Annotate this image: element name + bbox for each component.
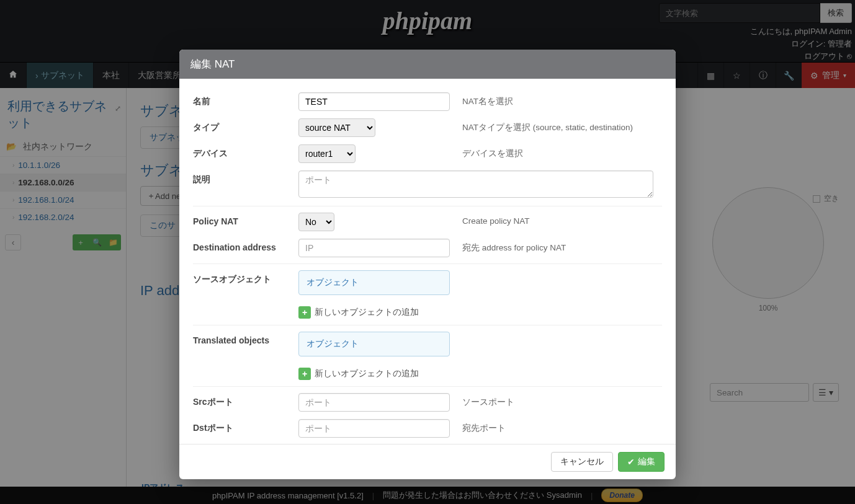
type-help: NATタイプを選択 (source, static, destination) — [454, 118, 662, 133]
add-src-object-button[interactable]: + — [298, 306, 311, 319]
srcport-label: Srcポート — [193, 393, 298, 408]
dstaddr-label: Destination address — [193, 239, 298, 252]
dstaddr-input[interactable] — [298, 239, 450, 257]
policy-label: Policy NAT — [193, 213, 298, 226]
dstaddr-help: 宛先 address for policy NAT — [454, 239, 662, 254]
desc-label: 説明 — [193, 170, 298, 185]
type-label: タイプ — [193, 118, 298, 133]
trans-object-box[interactable]: オブジェクト — [298, 332, 450, 356]
type-select[interactable]: source NAT — [298, 118, 375, 137]
edit-nat-modal: 編集 NAT 名前 NAT名を選択 タイプ source NAT NATタイプを… — [179, 50, 676, 479]
desc-textarea[interactable] — [298, 170, 653, 198]
srcport-input[interactable] — [298, 393, 450, 412]
add-trans-object-label: 新しいオブジェクトの追加 — [315, 368, 419, 379]
srcport-help: ソースポート — [454, 393, 662, 408]
name-input[interactable] — [298, 92, 450, 111]
device-select[interactable]: router1 — [298, 144, 356, 163]
src-object-box[interactable]: オブジェクト — [298, 270, 450, 295]
policy-help: Create policy NAT — [454, 213, 662, 226]
submit-button[interactable]: ✔ 編集 — [618, 452, 665, 472]
srcobj-label: ソースオブジェクト — [193, 270, 298, 285]
dstport-help: 宛先ポート — [454, 419, 662, 434]
cancel-button[interactable]: キャンセル — [551, 452, 613, 472]
transobj-label: Translated objects — [193, 332, 298, 345]
add-trans-object-button[interactable]: + — [298, 368, 311, 380]
check-icon: ✔ — [627, 457, 635, 467]
modal-title: 編集 NAT — [179, 50, 676, 79]
dstport-input[interactable] — [298, 419, 450, 438]
policy-select[interactable]: No — [298, 213, 334, 231]
dstport-label: Dstポート — [193, 419, 298, 434]
add-src-object-label: 新しいオブジェクトの追加 — [315, 307, 419, 318]
device-label: デバイス — [193, 144, 298, 159]
name-label: 名前 — [193, 92, 298, 107]
name-help: NAT名を選択 — [454, 92, 662, 107]
device-help: デバイスを選択 — [454, 144, 662, 159]
